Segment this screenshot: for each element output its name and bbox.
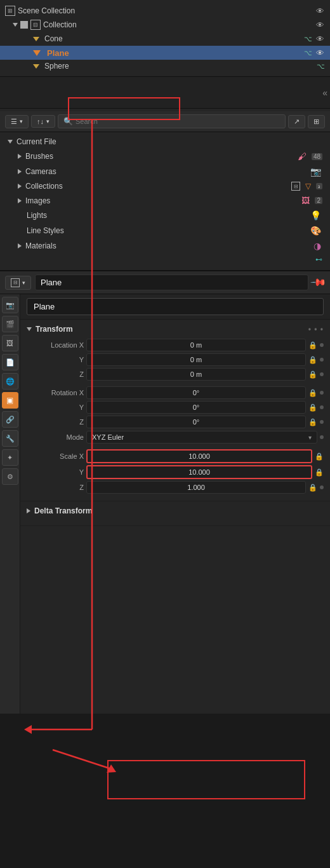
search-input[interactable] [76,118,280,125]
scale-y-value[interactable]: 10.000 [86,465,312,479]
object-type-btn[interactable]: ⊟ ▾ [5,276,31,290]
current-file-item[interactable]: Current File [0,135,330,149]
collapse-chevron[interactable]: « [322,88,327,98]
view-mode-btn[interactable]: ☰ ▾ [5,115,29,128]
mode-label: Mode [27,433,84,441]
collection-label: Collection [43,20,312,29]
object-props-btn[interactable]: ▣ [2,392,18,409]
line-styles-item[interactable]: Line Styles 🎨 [0,223,330,238]
location-z-lock[interactable]: 🔒 [308,370,317,379]
view-mode-arrow: ▾ [20,118,23,125]
render-props-btn[interactable]: 🎬 [2,316,18,332]
particles-props-btn[interactable]: ✦ [2,449,18,466]
scene-collection-item[interactable]: ⊞ Scene Collection 👁 [0,4,330,18]
location-z-label: Z [27,370,84,378]
collections-mesh-icon: ▽ [305,182,311,191]
search-box[interactable]: 🔍 [58,114,286,128]
scale-y-label: Y [27,468,84,476]
filter-btn[interactable]: ↑↓ ▾ [31,115,55,128]
transform-header: Transform • • • [27,325,324,334]
extra-icon: ⊞ [314,118,319,126]
outliner-panel: ⊞ Scene Collection 👁 ⊟ Collection 👁 Cone… [0,0,330,77]
delta-expand-icon[interactable] [27,508,30,513]
brushes-item[interactable]: Brushes 🖌 48 [0,149,330,164]
object-type-icon: ⊟ [11,278,20,287]
plane-visibility-icon[interactable]: 👁 [315,48,325,58]
object-name-section [20,294,330,320]
modifier-props-btn[interactable]: 🔧 [2,430,18,447]
properties-panel: 📷 🎬 🖼 📄 🌐 ▣ 🔗 🔧 ✦ ⚙ Transform • • • [0,294,330,714]
rotation-z-lock[interactable]: 🔒 [308,418,317,426]
asset-tree: Current File Brushes 🖌 48 Cameras 📷 Coll… [0,132,330,268]
object-name-input[interactable] [27,298,324,315]
constraints-props-btn[interactable]: 🔗 [2,411,18,428]
scale-y-lock[interactable]: 🔒 [315,468,324,477]
location-x-lock[interactable]: 🔒 [308,341,317,349]
physics-props-btn[interactable]: ⚙ [2,468,18,485]
plane-item[interactable]: Plane ⌥ 👁 [0,46,330,60]
collection-box-icon: ⊞ [5,6,15,16]
view-layer-btn[interactable]: 📄 [2,354,18,370]
asset-browser-panel: ☰ ▾ ↑↓ ▾ 🔍 ↗ ⊞ Current File [0,109,330,271]
scene-props-btn[interactable]: 📷 [2,297,18,313]
materials-item[interactable]: Materials ◑ [0,238,330,254]
materials-expand[interactable] [18,243,22,248]
cameras-item[interactable]: Cameras 📷 [0,164,330,179]
rotation-z-value[interactable]: 0° [86,416,306,428]
rotation-mode-dropdown[interactable]: XYZ Euler ▾ [86,431,317,444]
scale-z-value[interactable]: 1.000 [86,481,306,494]
visibility-icon[interactable]: 👁 [315,6,325,16]
output-props-btn[interactable]: 🖼 [2,335,18,351]
rotation-x-row: Rotation X 0° 🔒 [27,386,324,399]
collections-expand[interactable] [18,184,22,189]
scale-x-label: Scale X [27,452,84,460]
lights-item[interactable]: Lights 💡 [0,208,330,223]
cone-item[interactable]: Cone ⌥ 👁 [0,32,330,46]
collection-item[interactable]: ⊟ Collection 👁 [0,18,330,32]
images-item[interactable]: Images 🖼 2 [0,193,330,208]
location-z-value[interactable]: 0 m [86,368,306,381]
rotation-x-lock[interactable]: 🔒 [308,389,317,397]
line-styles-icon: 🎨 [310,226,321,236]
collections-item[interactable]: Collections ⊟ ▽ ₃ [0,179,330,193]
delta-transform-section: Delta Transform [20,501,330,526]
pin-icon[interactable]: 📌 [310,274,327,292]
images-badge: 2 [315,197,322,204]
scale-x-lock[interactable]: 🔒 [315,452,324,461]
plane-label: Plane [47,48,301,58]
brushes-expand[interactable] [18,154,22,159]
scale-x-row: Scale X 10.000 🔒 [27,449,324,463]
transform-expand-icon[interactable] [27,327,32,331]
sphere-label: Sphere [44,62,314,71]
expand-icon[interactable] [13,23,18,27]
scene-collection-label: Scene Collection [18,6,75,15]
rotation-y-lock[interactable]: 🔒 [308,403,317,412]
cameras-icon: 📷 [310,166,321,177]
cameras-expand[interactable] [18,169,22,174]
rotation-x-value[interactable]: 0° [86,386,306,399]
world-props-btn[interactable]: 🌐 [2,373,18,390]
location-x-label: Location X [27,341,84,349]
brushes-icon: 🖌 [298,151,307,161]
scale-z-lock[interactable]: 🔒 [308,484,317,492]
sphere-item[interactable]: Sphere ⌥ [0,60,330,72]
collection-visibility-icon[interactable]: 👁 [315,20,325,30]
location-x-value[interactable]: 0 m [86,339,306,351]
sphere-mesh-icon [33,64,39,69]
extra-btn[interactable]: ⊞ [308,115,325,128]
line-styles-label: Line Styles [27,226,307,235]
lights-icon: 💡 [310,210,321,220]
location-y-lock[interactable]: 🔒 [308,356,317,364]
current-file-expand[interactable] [8,140,13,144]
scale-x-value[interactable]: 10.000 [86,449,312,463]
images-expand[interactable] [18,198,22,203]
collection-checkbox[interactable] [20,21,28,29]
meshes-item[interactable]: ⊷ [0,254,330,265]
sort-btn[interactable]: ↗ [288,115,305,128]
section-menu-dots[interactable]: • • • [308,325,324,334]
rotation-y-value[interactable]: 0° [86,401,306,414]
cone-visibility-icon[interactable]: 👁 [315,34,325,44]
images-icon: 🖼 [301,196,310,205]
active-object-name-display: Plane [35,275,308,290]
location-y-value[interactable]: 0 m [86,353,306,366]
